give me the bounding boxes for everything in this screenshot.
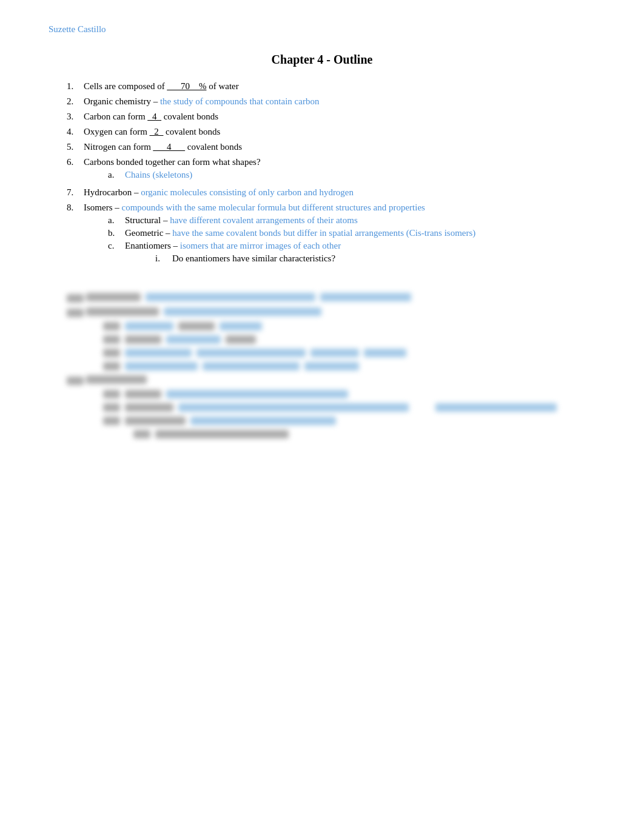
item-6-sublist: Chains (skeletons) [108,170,595,180]
item-4-value: _2_ [150,127,164,136]
item-5-prefix: Nitrogen can form [84,142,153,152]
item-4-suffix: covalent bonds [163,127,220,136]
subitem-8b-highlight: have the same covalent bonds but differ … [172,228,475,238]
item-5-value: ___4___ [153,142,186,152]
list-item: Oxygen can form _2_ covalent bonds [67,127,595,137]
item-7-content: Hydrocarbon – organic molecules consisti… [84,187,595,198]
subitem-8a: Structural – have different covalent arr… [125,215,358,226]
list-item: Carbon can form _4_ covalent bonds [67,112,595,122]
sublist-item: Chains (skeletons) [108,170,595,180]
subitem-8b: Geometric – have the same covalent bonds… [125,228,475,238]
item-2-content: Organic chemistry – the study of compoun… [84,96,595,107]
item-8-highlight: compounds with the same molecular formul… [122,203,425,212]
item-7-highlight: organic molecules consisting of only car… [141,187,354,197]
subitem-8c-highlight: isomers that are mirror images of each o… [180,241,341,250]
subsubitem-8ci: Do enantiomers have similar characterist… [172,253,335,264]
item-2-highlight: the study of compounds that contain carb… [160,96,319,106]
sublist-item: Geometric – have the same covalent bonds… [108,228,595,238]
subitem-8a-prefix: Structural – [125,215,170,225]
subsublist-item: Do enantiomers have similar characterist… [155,253,341,264]
list-item: Isomers – compounds with the same molecu… [67,203,595,269]
subitem-8c-sublist: Do enantiomers have similar characterist… [155,253,341,264]
item-3-content: Carbon can form _4_ covalent bonds [84,112,595,122]
item-3-value: _4_ [147,112,161,121]
author-name: Suzette Castillo [49,24,595,35]
item-3-suffix: covalent bonds [161,112,218,121]
main-outline-list: Cells are composed of ___70__% of water … [67,81,595,269]
item-6-content: Carbons bonded together can form what sh… [84,157,595,183]
item-1-content: Cells are composed of ___70__% of water [84,81,595,92]
page-title: Chapter 4 - Outline [49,53,595,67]
item-4-prefix: Oxygen can form [84,127,150,136]
list-item: Carbons bonded together can form what sh… [67,157,595,183]
item-5-content: Nitrogen can form ___4___ covalent bonds [84,142,595,152]
sublist-item: Enantiomers – isomers that are mirror im… [108,241,595,266]
list-item: Organic chemistry – the study of compoun… [67,96,595,107]
subsubitem-8ci-text: Do enantiomers have similar characterist… [172,253,335,263]
subitem-8c-prefix: Enantiomers – [125,241,180,250]
subitem-8c: Enantiomers – isomers that are mirror im… [125,241,341,266]
list-item: Hydrocarbon – organic molecules consisti… [67,187,595,198]
item-4-content: Oxygen can form _2_ covalent bonds [84,127,595,137]
item-2-prefix: Organic chemistry – [84,96,160,106]
item-8-content: Isomers – compounds with the same molecu… [84,203,595,269]
list-item: Nitrogen can form ___4___ covalent bonds [67,142,595,152]
subitem-8b-prefix: Geometric – [125,228,172,238]
subitem-6a: Chains (skeletons) [125,170,192,180]
item-8-prefix: Isomers – [84,203,122,212]
item-5-suffix: covalent bonds [185,142,242,152]
item-1-prefix: Cells are composed of [84,81,167,91]
item-1-value: ___70__% [167,81,206,91]
item-7-prefix: Hydrocarbon – [84,187,141,197]
sublist-item: Structural – have different covalent arr… [108,215,595,226]
blurred-content [49,293,595,438]
item-1-suffix: of water [206,81,238,91]
item-6-text: Carbons bonded together can form what sh… [84,157,261,167]
list-item: Cells are composed of ___70__% of water [67,81,595,92]
subitem-6a-text: Chains (skeletons) [125,170,192,179]
item-3-prefix: Carbon can form [84,112,147,121]
subitem-8a-highlight: have different covalent arrangements of … [170,215,358,225]
item-8-sublist: Structural – have different covalent arr… [108,215,595,266]
